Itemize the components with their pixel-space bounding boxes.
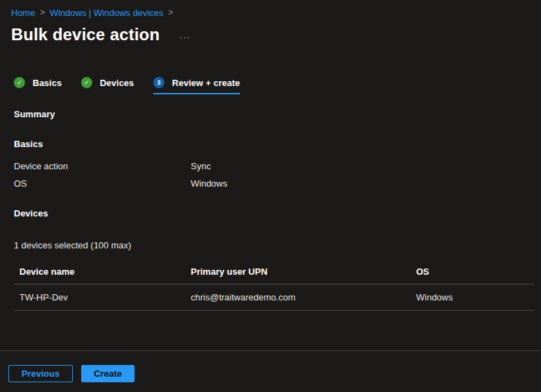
summary-heading: Summary: [11, 109, 530, 119]
cell-device-name: TW-HP-Dev: [14, 284, 191, 311]
create-button[interactable]: Create: [81, 365, 135, 382]
breadcrumb-windows-devices-link[interactable]: Windows | Windows devices: [50, 7, 164, 19]
breadcrumb-separator-icon: >: [168, 7, 173, 19]
devices-selected-count: 1 devices selected (100 max): [11, 240, 530, 250]
tab-devices[interactable]: ✓ Devices: [81, 77, 134, 94]
column-header-device-name: Device name: [14, 258, 191, 284]
tab-review-create-label: Review + create: [172, 78, 240, 88]
breadcrumb-home-link[interactable]: Home: [11, 7, 35, 19]
previous-button[interactable]: Previous: [8, 365, 73, 382]
table-header-row: Device name Primary user UPN OS: [14, 258, 534, 284]
footer-action-bar: Previous Create: [0, 350, 541, 392]
page-content: Home > Windows | Windows devices > Bulk …: [0, 0, 541, 311]
field-label: OS: [14, 178, 191, 189]
devices-table: Device name Primary user UPN OS TW-HP-De…: [14, 258, 534, 311]
check-icon: ✓: [14, 77, 25, 88]
cell-primary-user-upn: chris@traitwaredemo.com: [191, 284, 416, 311]
breadcrumb: Home > Windows | Windows devices >: [11, 7, 530, 19]
field-label: Device action: [14, 161, 191, 171]
field-value: Sync: [191, 161, 530, 171]
field-value: Windows: [191, 178, 530, 189]
check-icon: ✓: [81, 77, 92, 88]
tab-basics[interactable]: ✓ Basics: [14, 77, 62, 94]
tab-basics-label: Basics: [33, 78, 62, 88]
wizard-tabs: ✓ Basics ✓ Devices 3 Review + create: [11, 77, 530, 94]
column-header-os: OS: [416, 258, 534, 284]
cell-os: Windows: [416, 284, 534, 311]
field-row-os: OS Windows: [11, 178, 530, 189]
breadcrumb-separator-icon: >: [40, 7, 45, 19]
bulk-device-action-page: Home > Windows | Windows devices > Bulk …: [0, 0, 541, 392]
table-row: TW-HP-Dev chris@traitwaredemo.com Window…: [14, 284, 534, 311]
more-options-button[interactable]: ···: [179, 32, 190, 42]
devices-section-heading: Devices: [11, 208, 530, 219]
tab-devices-label: Devices: [100, 78, 134, 88]
basics-section-heading: Basics: [11, 139, 530, 149]
step-number-badge: 3: [153, 77, 164, 88]
title-row: Bulk device action ···: [11, 25, 530, 44]
column-header-primary-user-upn: Primary user UPN: [191, 258, 416, 284]
field-row-device-action: Device action Sync: [11, 161, 530, 171]
page-title: Bulk device action: [11, 25, 160, 44]
tab-review-create[interactable]: 3 Review + create: [153, 77, 240, 94]
